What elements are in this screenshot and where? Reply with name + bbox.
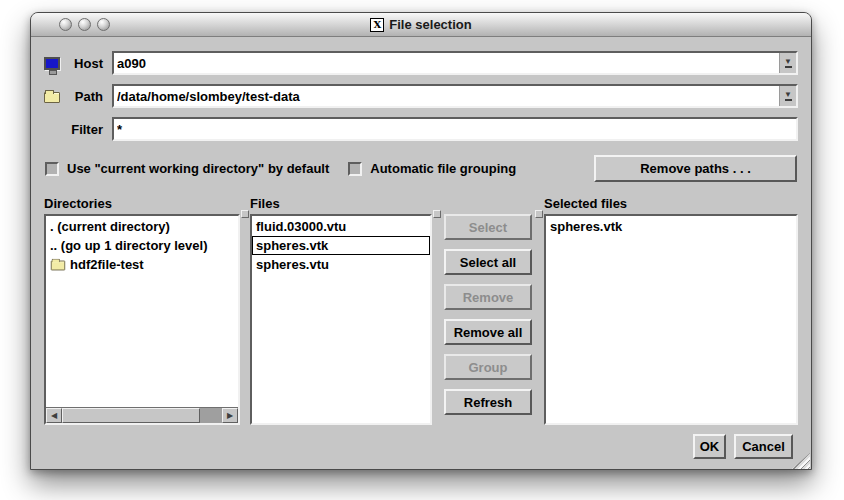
path-label: Path [66, 89, 112, 104]
filter-input[interactable] [114, 119, 796, 139]
folder-icon [44, 92, 60, 103]
window-title: File selection [389, 17, 471, 32]
selected-files-list: spheres.vtk [544, 214, 798, 425]
dialog-content: Host ▼ Path ▼ Filt [31, 37, 811, 470]
splitter-handle[interactable] [240, 196, 250, 425]
file-selection-dialog: X File selection Host ▼ Path ▼ [30, 12, 812, 470]
path-row: Path ▼ [44, 84, 798, 108]
filter-field [112, 117, 798, 141]
file-item-selected[interactable]: spheres.vtk [252, 236, 430, 255]
selected-file-item[interactable]: spheres.vtk [546, 217, 796, 236]
cwd-checkbox[interactable] [45, 162, 59, 176]
remove-button[interactable]: Remove [444, 284, 532, 310]
cancel-button[interactable]: Cancel [734, 434, 793, 459]
panes: Directories . (current directory) .. (go… [44, 196, 798, 425]
path-field: ▼ [112, 84, 798, 108]
file-item[interactable]: spheres.vtu [252, 255, 430, 274]
filter-row: Filter [44, 117, 798, 141]
host-input[interactable] [114, 53, 779, 73]
cwd-checkbox-label: Use "current working directory" by defau… [67, 161, 329, 176]
selected-files-pane: Selected files spheres.vtk [544, 196, 798, 425]
directories-pane: Directories . (current directory) .. (go… [44, 196, 240, 425]
host-field: ▼ [112, 51, 798, 75]
scroll-left-button[interactable]: ◀ [46, 408, 62, 423]
group-button[interactable]: Group [444, 354, 532, 380]
path-dropdown-button[interactable]: ▼ [779, 86, 796, 106]
remove-paths-button[interactable]: Remove paths . . . [594, 155, 797, 182]
refresh-button[interactable]: Refresh [444, 389, 532, 415]
splitter-handle[interactable] [534, 196, 544, 425]
file-grouping-label: Automatic file grouping [370, 161, 516, 176]
splitter-knob[interactable] [535, 210, 543, 218]
scroll-right-button[interactable]: ▶ [222, 408, 238, 423]
file-grouping-checkbox[interactable] [348, 162, 362, 176]
splitter-knob[interactable] [433, 210, 441, 218]
select-button[interactable]: Select [444, 214, 532, 240]
monitor-icon [44, 57, 60, 70]
files-label: Files [250, 196, 432, 213]
scrollbar-track [200, 408, 222, 423]
files-list: fluid.03000.vtu spheres.vtk spheres.vtu [250, 214, 432, 425]
chevron-down-icon: ▼ [784, 58, 792, 65]
host-row: Host ▼ [44, 51, 798, 75]
selected-files-label: Selected files [544, 196, 798, 213]
options-row: Use "current working directory" by defau… [45, 155, 797, 182]
remove-all-button[interactable]: Remove all [444, 319, 532, 345]
files-pane: Files fluid.03000.vtu spheres.vtk sphere… [250, 196, 432, 425]
footer: OK Cancel [44, 434, 798, 459]
directories-hscrollbar: ◀ ▶ [46, 407, 238, 423]
file-item[interactable]: fluid.03000.vtu [252, 217, 430, 236]
title-area: X File selection [31, 13, 811, 36]
splitter-knob[interactable] [241, 210, 249, 218]
x11-logo-icon: X [370, 18, 384, 32]
filter-label: Filter [66, 122, 112, 137]
splitter-handle[interactable] [432, 196, 442, 425]
scrollbar-thumb[interactable] [62, 408, 200, 423]
folder-icon [51, 261, 65, 271]
host-label: Host [66, 56, 112, 71]
directories-list: . (current directory) .. (go up 1 direct… [44, 214, 240, 425]
ok-button[interactable]: OK [693, 434, 726, 459]
host-dropdown-button[interactable]: ▼ [779, 53, 796, 73]
directory-item[interactable]: . (current directory) [46, 217, 238, 236]
chevron-down-icon: ▼ [784, 91, 792, 98]
directory-item[interactable]: hdf2file-test [46, 255, 238, 274]
path-input[interactable] [114, 86, 779, 106]
title-bar: X File selection [31, 13, 811, 37]
actions-pane: Select Select all Remove Remove all Grou… [442, 196, 534, 425]
directories-label: Directories [44, 196, 240, 213]
select-all-button[interactable]: Select all [444, 249, 532, 275]
directory-item[interactable]: .. (go up 1 directory level) [46, 236, 238, 255]
